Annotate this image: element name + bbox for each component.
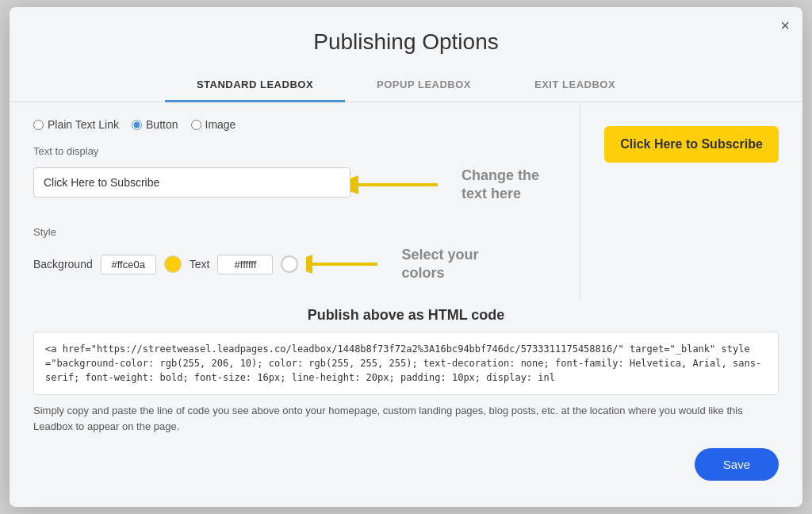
text-label: Text <box>190 258 210 270</box>
publish-description: Simply copy and paste the line of code y… <box>33 403 779 436</box>
annotation-text-1: Change thetext here <box>462 167 539 204</box>
tab-popup[interactable]: POPUP LEADBOX <box>345 69 503 102</box>
tab-exit[interactable]: EXIT LEADBOX <box>503 69 647 102</box>
radio-image[interactable]: Image <box>191 118 236 131</box>
publish-section: Publish above as HTML code <a href="http… <box>10 307 802 436</box>
style-label: Style <box>33 226 556 238</box>
annotation-text-2: Select yourcolors <box>401 246 478 283</box>
background-color-input[interactable]: #ffce0a <box>101 255 156 274</box>
arrow-right-svg <box>350 173 446 197</box>
radio-button[interactable]: Button <box>132 118 178 131</box>
content-area: Plain Text Link Button Image Text to dis… <box>10 102 802 299</box>
tabs-container: STANDARD LEADBOX POPUP LEADBOX EXIT LEAD… <box>10 69 802 102</box>
arrow-colors-svg <box>306 252 385 276</box>
background-color-swatch[interactable] <box>164 255 182 273</box>
text-display-input[interactable] <box>33 167 350 198</box>
footer: Save <box>10 435 802 489</box>
arrow-annotation-1: Change thetext here <box>350 167 539 204</box>
color-row: Background #ffce0a Text #ffffff <box>33 246 556 283</box>
radio-plain-text[interactable]: Plain Text Link <box>33 118 119 131</box>
left-panel: Plain Text Link Button Image Text to dis… <box>10 102 580 299</box>
arrow-annotation-2: Select yourcolors <box>306 246 478 283</box>
modal-title: Publishing Options <box>10 7 802 55</box>
close-button[interactable]: × <box>780 17 790 35</box>
background-label: Background <box>33 258 93 270</box>
modal-container: × Publishing Options STANDARD LEADBOX PO… <box>10 7 802 507</box>
html-code-box[interactable]: <a href="https://streetweasel.leadpages.… <box>33 332 779 395</box>
publish-title: Publish above as HTML code <box>33 307 779 324</box>
preview-subscribe-button[interactable]: Click Here to Subscribe <box>604 126 779 163</box>
text-field-label: Text to display <box>33 145 556 157</box>
save-button[interactable]: Save <box>695 448 779 481</box>
radio-group: Plain Text Link Button Image <box>33 118 556 131</box>
text-color-input[interactable]: #ffffff <box>217 255 273 274</box>
tab-standard[interactable]: STANDARD LEADBOX <box>165 69 345 102</box>
style-section: Style Background #ffce0a Text #ffffff <box>33 226 556 283</box>
text-color-swatch[interactable] <box>281 255 298 273</box>
right-panel: Click Here to Subscribe <box>580 102 802 299</box>
